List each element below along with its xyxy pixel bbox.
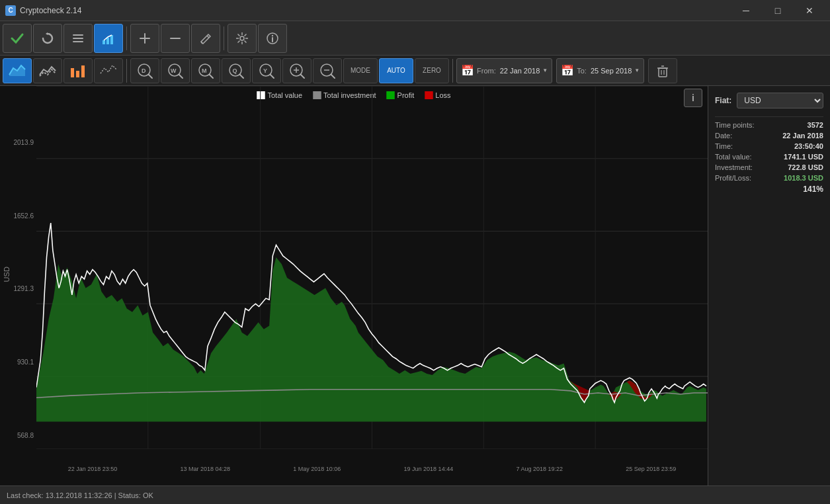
svg-rect-9	[170, 38, 181, 39]
fiat-select[interactable]: USD EUR GBP BTC	[737, 93, 823, 108]
to-date-arrow: ▼	[634, 67, 640, 73]
zoom-day-button[interactable]: D	[130, 58, 159, 83]
svg-rect-50	[659, 68, 667, 77]
remove-button[interactable]	[161, 24, 190, 53]
chart-toolbar: D W M Q Y	[0, 56, 830, 86]
time-label: Time:	[715, 142, 733, 150]
profit-loss-pct: 141%	[803, 185, 823, 194]
x-label-2: 13 Mar 2018 04:28	[180, 466, 230, 472]
refresh-button[interactable]	[33, 24, 62, 53]
calendar-to-icon: 📅	[561, 64, 574, 77]
bar-chart-button[interactable]	[63, 58, 93, 83]
fiat-row: Fiat: USD EUR GBP BTC	[715, 93, 823, 108]
edit-button[interactable]	[191, 24, 220, 53]
svg-line-32	[179, 74, 183, 78]
zoom-week-button[interactable]: W	[161, 58, 190, 83]
investment-label: Investment:	[715, 163, 753, 171]
svg-line-11	[201, 42, 202, 44]
time-points-value: 3572	[808, 121, 823, 129]
x-axis: 22 Jan 2018 23:50 13 Mar 2018 04:28 1 Ma…	[36, 466, 708, 472]
zero-button[interactable]: ZERO	[415, 58, 449, 83]
titlebar: C Cryptocheck 2.14 ─ □ ✕	[0, 0, 830, 21]
x-label-1: 22 Jan 2018 23:50	[68, 466, 118, 472]
svg-line-17	[238, 34, 240, 36]
y-label-3: 1291.3	[0, 285, 36, 292]
auto-button[interactable]: AUTO	[379, 58, 413, 83]
toolbar-separator-2	[224, 26, 224, 50]
profit-loss-row: Profit/Loss: 1018.3 USD	[715, 174, 823, 182]
info-button[interactable]	[258, 24, 287, 53]
x-label-6: 25 Sep 2018 23:59	[626, 466, 676, 472]
chart-toolbar-sep2	[452, 59, 453, 83]
investment-value: 722.8 USD	[788, 163, 823, 171]
svg-text:Q: Q	[233, 67, 237, 74]
svg-marker-24	[9, 65, 25, 76]
y-label-4: 930.1	[0, 358, 36, 366]
svg-line-41	[270, 74, 274, 78]
y-label-5: 568.8	[0, 432, 36, 439]
profit-loss-pct-row: 141%	[715, 185, 823, 194]
y-axis: 2013.9 1652.6 1291.3 930.1 568.8	[0, 86, 36, 485]
minimize-button[interactable]: ─	[731, 0, 761, 21]
total-value-stat: 1741.1 USD	[784, 153, 823, 161]
svg-line-44	[301, 74, 305, 78]
svg-rect-3	[73, 41, 83, 42]
to-label: To:	[577, 67, 587, 75]
svg-rect-4	[103, 40, 105, 44]
zoom-quarter-button[interactable]: Q	[222, 58, 251, 83]
zoom-out-button[interactable]	[313, 58, 342, 83]
svg-point-23	[272, 34, 273, 36]
svg-marker-0	[46, 32, 48, 35]
from-date-picker[interactable]: 📅 From: 22 Jan 2018 ▼	[456, 58, 552, 83]
close-button[interactable]: ✕	[794, 0, 825, 21]
y-label-1: 2013.9	[0, 139, 36, 146]
fiat-label: Fiat:	[715, 96, 731, 105]
time-points-row: Time points: 3572	[715, 121, 823, 129]
main-content: Total value Total investment Profit Loss…	[0, 86, 830, 485]
svg-line-29	[149, 74, 153, 78]
svg-rect-26	[76, 71, 79, 77]
chart-button[interactable]	[94, 24, 123, 53]
candle-chart-button[interactable]	[94, 58, 123, 83]
line-chart-button[interactable]	[33, 58, 62, 83]
from-date-arrow: ▼	[542, 67, 548, 73]
profit-loss-value: 1018.3 USD	[784, 174, 823, 182]
svg-rect-8	[140, 38, 150, 39]
zoom-year-button[interactable]: Y	[252, 58, 281, 83]
calendar-from-icon: 📅	[461, 64, 474, 77]
check-button[interactable]	[3, 24, 32, 53]
chart-toolbar-sep1	[126, 59, 127, 83]
zoom-month-button[interactable]: M	[191, 58, 220, 83]
profit-loss-label: Profit/Loss:	[715, 174, 751, 182]
list-button[interactable]	[63, 24, 93, 53]
toolbar-separator-1	[126, 26, 127, 50]
status-text: Last check: 13.12.2018 11:32:26 | Status…	[7, 491, 153, 499]
chart-svg	[36, 86, 708, 449]
svg-rect-27	[81, 65, 85, 77]
area-chart-button[interactable]	[3, 58, 32, 83]
to-date-value: 25 Sep 2018	[591, 67, 632, 75]
zoom-in-button[interactable]	[282, 58, 311, 83]
svg-rect-6	[110, 35, 113, 44]
x-label-5: 7 Aug 2018 19:22	[516, 466, 563, 472]
main-toolbar	[0, 21, 830, 56]
svg-rect-1	[73, 34, 83, 36]
chart-area[interactable]: Total value Total investment Profit Loss…	[0, 86, 708, 485]
svg-text:D: D	[142, 67, 146, 74]
maximize-button[interactable]: □	[763, 0, 793, 21]
total-value-label: Total value:	[715, 153, 752, 161]
svg-line-20	[238, 40, 240, 42]
svg-line-35	[210, 74, 214, 78]
statusbar: Last check: 13.12.2018 11:32:26 | Status…	[0, 485, 830, 504]
date-value: 22 Jan 2018	[782, 132, 823, 140]
tools-button[interactable]	[228, 24, 257, 53]
delete-button[interactable]	[648, 58, 677, 83]
x-label-4: 19 Jun 2018 14:44	[404, 466, 454, 472]
time-row: Time: 23:50:40	[715, 142, 823, 150]
svg-line-19	[245, 34, 247, 36]
mode-button[interactable]: MODE	[343, 58, 378, 83]
to-date-picker[interactable]: 📅 To: 25 Sep 2018 ▼	[556, 58, 644, 83]
svg-line-18	[245, 40, 247, 42]
time-points-label: Time points:	[715, 121, 755, 129]
add-button[interactable]	[130, 24, 159, 53]
